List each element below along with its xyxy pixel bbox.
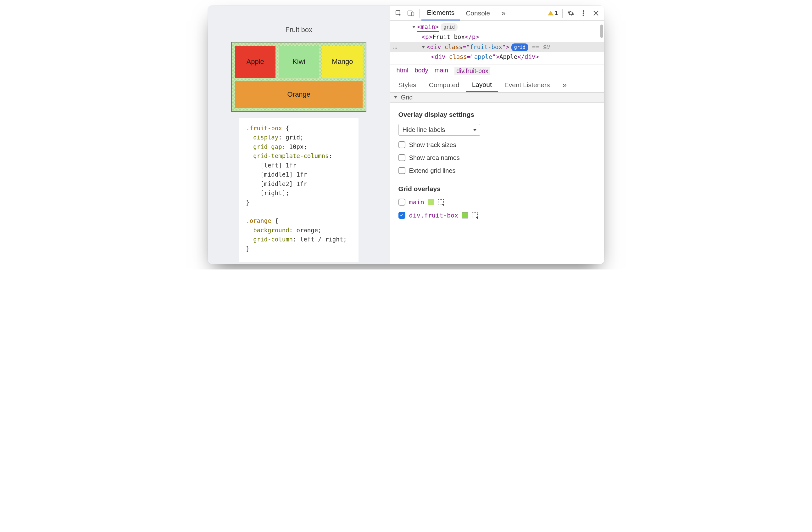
grid-cell-kiwi: Kiwi (279, 46, 319, 78)
warning-badge[interactable]: 1 (545, 10, 561, 16)
grid-cell-mango: Mango (322, 46, 363, 78)
subtab-layout[interactable]: Layout (466, 78, 498, 92)
subtab-more[interactable]: » (556, 78, 573, 92)
layout-panel: Overlay display settings Hide line label… (390, 103, 604, 225)
chevron-down-icon (394, 96, 397, 99)
demo-css-code: .fruit-box { display: grid; grid-gap: 10… (239, 118, 359, 262)
overlay-main-selector[interactable]: main (409, 198, 424, 206)
overlay-fruit-selector[interactable]: div.fruit-box (409, 212, 459, 219)
demo-pane: Fruit box Apple Kiwi Mango Orange .fruit… (208, 6, 390, 264)
reveal-in-dom-icon[interactable] (438, 199, 444, 205)
subtab-event-listeners[interactable]: Event Listeners (498, 78, 556, 92)
dom-node-p[interactable]: <p>Fruit box</p> (390, 32, 604, 42)
devtools-pane: Elements Console » 1 <main>grid (390, 6, 604, 264)
subtab-computed[interactable]: Computed (423, 78, 466, 92)
crumb-fruit-box[interactable]: div.fruit-box (454, 67, 490, 75)
warning-icon (548, 11, 553, 15)
devtools-top-tabs: Elements Console » (421, 6, 511, 20)
overlay-fruit-color-swatch[interactable] (462, 212, 468, 219)
dom-breadcrumb: html body main div.fruit-box (390, 65, 604, 78)
overlay-main-checkbox[interactable] (398, 199, 405, 206)
tab-more[interactable]: » (496, 6, 511, 20)
line-labels-select[interactable]: Hide line labels (398, 124, 480, 136)
show-area-names-label: Show area names (409, 154, 460, 162)
reveal-in-dom-icon[interactable] (472, 212, 478, 218)
inspect-element-icon[interactable] (392, 7, 405, 19)
devtools-toolbar: Elements Console » 1 (390, 6, 604, 21)
toolbar-separator (562, 9, 563, 18)
fruit-box-grid: Apple Kiwi Mango Orange (231, 42, 366, 112)
dom-node-fruit-box[interactable]: ⋯ <div class="fruit-box">grid== $0 (390, 42, 604, 52)
expand-toggle-icon[interactable] (412, 26, 416, 28)
expand-toggle-icon[interactable] (422, 46, 425, 48)
subtab-styles[interactable]: Styles (392, 78, 423, 92)
device-toolbar-icon[interactable] (405, 7, 417, 19)
dom-node-apple[interactable]: <div class="apple">Apple</div> (390, 52, 604, 62)
settings-icon[interactable] (565, 7, 577, 19)
svg-point-3 (583, 10, 584, 12)
crumb-body[interactable]: body (415, 67, 428, 75)
overlay-main-row: main (398, 198, 596, 206)
row-actions-icon[interactable]: ⋯ (393, 43, 397, 53)
tab-elements[interactable]: Elements (421, 6, 460, 20)
show-track-sizes-checkbox[interactable] (398, 141, 405, 148)
svg-point-5 (583, 14, 584, 16)
extend-grid-lines-row: Extend grid lines (398, 167, 596, 174)
dom-tree[interactable]: <main>grid <p>Fruit box</p> ⋯ <div class… (390, 21, 604, 65)
styles-subtabs: Styles Computed Layout Event Listeners » (390, 78, 604, 93)
dom-scrollbar[interactable] (599, 21, 604, 58)
extend-grid-lines-checkbox[interactable] (398, 167, 405, 174)
line-labels-value: Hide line labels (403, 126, 445, 133)
grid-overlays-heading: Grid overlays (398, 185, 596, 193)
toolbar-separator (419, 9, 420, 18)
crumb-main[interactable]: main (435, 67, 448, 75)
close-icon[interactable] (590, 7, 602, 19)
crumb-html[interactable]: html (396, 67, 408, 75)
show-area-names-checkbox[interactable] (398, 154, 405, 161)
show-track-sizes-row: Show track sizes (398, 141, 596, 149)
app-window: Fruit box Apple Kiwi Mango Orange .fruit… (208, 6, 604, 264)
svg-rect-2 (411, 12, 414, 16)
show-area-names-row: Show area names (398, 154, 596, 162)
extend-grid-lines-label: Extend grid lines (409, 167, 456, 174)
dom-node-main[interactable]: <main>grid (390, 22, 604, 32)
grid-badge[interactable]: grid (440, 23, 458, 31)
overlay-fruit-checkbox[interactable]: ✓ (398, 212, 405, 219)
eq-dollar: == $0 (532, 43, 549, 51)
overlay-display-settings-heading: Overlay display settings (398, 111, 596, 118)
kebab-menu-icon[interactable] (577, 7, 590, 19)
warning-count: 1 (555, 10, 558, 16)
layout-grid-section-header[interactable]: Grid (390, 93, 604, 103)
overlay-main-color-swatch[interactable] (428, 199, 434, 205)
grid-badge-active[interactable]: grid (511, 43, 528, 51)
tab-console[interactable]: Console (460, 6, 496, 20)
demo-title: Fruit box (286, 26, 313, 34)
show-track-sizes-label: Show track sizes (409, 141, 456, 149)
layout-grid-label: Grid (401, 94, 413, 101)
svg-point-4 (583, 12, 584, 14)
grid-cell-orange: Orange (235, 81, 363, 108)
overlay-fruit-row: ✓ div.fruit-box (398, 212, 596, 219)
grid-cell-apple: Apple (235, 46, 275, 78)
